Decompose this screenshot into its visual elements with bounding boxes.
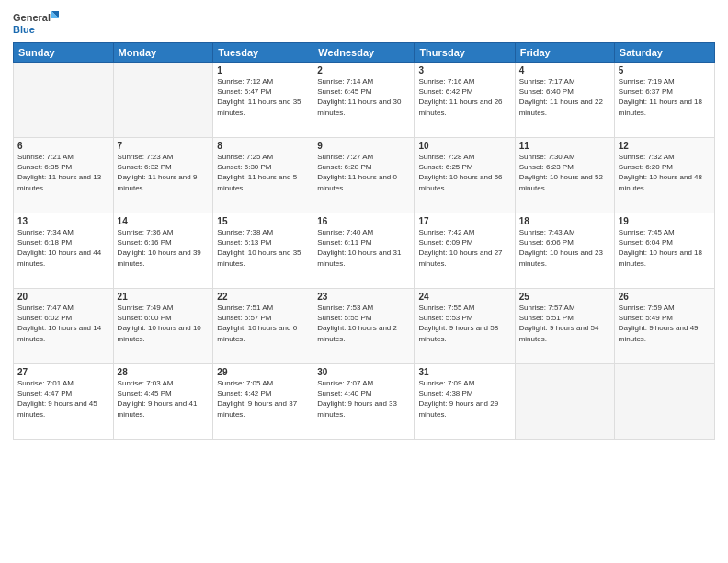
calendar-cell: 12Sunrise: 7:32 AMSunset: 6:20 PMDayligh… xyxy=(614,138,714,213)
day-number: 6 xyxy=(17,141,109,151)
calendar-header-tuesday: Tuesday xyxy=(213,43,313,63)
day-number: 9 xyxy=(317,141,410,151)
day-info: Sunrise: 7:14 AMSunset: 6:45 PMDaylight:… xyxy=(317,76,410,118)
svg-text:Blue: Blue xyxy=(13,24,35,35)
calendar-cell: 19Sunrise: 7:45 AMSunset: 6:04 PMDayligh… xyxy=(614,213,714,289)
day-number: 29 xyxy=(217,367,309,377)
calendar-cell: 21Sunrise: 7:49 AMSunset: 6:00 PMDayligh… xyxy=(113,289,213,364)
calendar-cell: 24Sunrise: 7:55 AMSunset: 5:53 PMDayligh… xyxy=(415,289,515,364)
day-number: 2 xyxy=(317,65,410,75)
day-number: 30 xyxy=(317,367,410,377)
day-number: 8 xyxy=(217,141,309,151)
day-info: Sunrise: 7:01 AMSunset: 4:47 PMDaylight:… xyxy=(17,378,109,419)
svg-text:General: General xyxy=(13,12,51,23)
day-number: 20 xyxy=(17,292,109,302)
day-info: Sunrise: 7:27 AMSunset: 6:28 PMDaylight:… xyxy=(317,152,410,193)
day-number: 19 xyxy=(619,216,711,226)
calendar-cell: 30Sunrise: 7:07 AMSunset: 4:40 PMDayligh… xyxy=(313,364,415,440)
day-info: Sunrise: 7:51 AMSunset: 5:57 PMDaylight:… xyxy=(217,303,309,344)
day-info: Sunrise: 7:09 AMSunset: 4:38 PMDaylight:… xyxy=(418,378,510,419)
day-number: 13 xyxy=(17,216,109,226)
calendar-cell xyxy=(14,63,114,138)
day-number: 4 xyxy=(519,65,610,75)
day-info: Sunrise: 7:36 AMSunset: 6:16 PMDaylight:… xyxy=(118,227,210,269)
calendar-cell: 13Sunrise: 7:34 AMSunset: 6:18 PMDayligh… xyxy=(14,213,114,289)
day-number: 22 xyxy=(217,292,309,302)
day-info: Sunrise: 7:28 AMSunset: 6:25 PMDaylight:… xyxy=(418,152,510,193)
day-info: Sunrise: 7:55 AMSunset: 5:53 PMDaylight:… xyxy=(418,303,510,344)
calendar-cell: 9Sunrise: 7:27 AMSunset: 6:28 PMDaylight… xyxy=(313,138,415,213)
calendar-cell: 1Sunrise: 7:12 AMSunset: 6:47 PMDaylight… xyxy=(213,63,313,138)
day-number: 28 xyxy=(118,367,210,377)
calendar-cell: 10Sunrise: 7:28 AMSunset: 6:25 PMDayligh… xyxy=(415,138,515,213)
day-number: 17 xyxy=(418,216,510,226)
day-info: Sunrise: 7:32 AMSunset: 6:20 PMDaylight:… xyxy=(619,152,711,193)
day-number: 15 xyxy=(217,216,309,226)
day-number: 12 xyxy=(619,141,711,151)
calendar-cell: 7Sunrise: 7:23 AMSunset: 6:32 PMDaylight… xyxy=(113,138,213,213)
day-number: 3 xyxy=(418,65,510,75)
day-info: Sunrise: 7:40 AMSunset: 6:11 PMDaylight:… xyxy=(317,227,410,269)
calendar-cell: 15Sunrise: 7:38 AMSunset: 6:13 PMDayligh… xyxy=(213,213,313,289)
calendar-cell xyxy=(113,63,213,138)
day-number: 18 xyxy=(519,216,610,226)
day-info: Sunrise: 7:03 AMSunset: 4:45 PMDaylight:… xyxy=(118,378,210,419)
day-info: Sunrise: 7:21 AMSunset: 6:35 PMDaylight:… xyxy=(17,152,109,193)
page: GeneralBlue SundayMondayTuesdayWednesday… xyxy=(0,0,728,563)
day-info: Sunrise: 7:12 AMSunset: 6:47 PMDaylight:… xyxy=(217,76,309,118)
calendar-cell: 4Sunrise: 7:17 AMSunset: 6:40 PMDaylight… xyxy=(515,63,614,138)
day-info: Sunrise: 7:45 AMSunset: 6:04 PMDaylight:… xyxy=(619,227,711,269)
calendar-cell: 11Sunrise: 7:30 AMSunset: 6:23 PMDayligh… xyxy=(515,138,614,213)
calendar-cell: 26Sunrise: 7:59 AMSunset: 5:49 PMDayligh… xyxy=(614,289,714,364)
calendar-cell: 23Sunrise: 7:53 AMSunset: 5:55 PMDayligh… xyxy=(313,289,415,364)
day-info: Sunrise: 7:57 AMSunset: 5:51 PMDaylight:… xyxy=(519,303,610,344)
day-info: Sunrise: 7:53 AMSunset: 5:55 PMDaylight:… xyxy=(317,303,410,344)
calendar-cell xyxy=(515,364,614,440)
day-info: Sunrise: 7:25 AMSunset: 6:30 PMDaylight:… xyxy=(217,152,309,193)
calendar-cell: 3Sunrise: 7:16 AMSunset: 6:42 PMDaylight… xyxy=(415,63,515,138)
calendar-cell: 14Sunrise: 7:36 AMSunset: 6:16 PMDayligh… xyxy=(113,213,213,289)
calendar-cell: 2Sunrise: 7:14 AMSunset: 6:45 PMDaylight… xyxy=(313,63,415,138)
day-number: 7 xyxy=(118,141,210,151)
day-info: Sunrise: 7:05 AMSunset: 4:42 PMDaylight:… xyxy=(217,378,309,419)
day-info: Sunrise: 7:30 AMSunset: 6:23 PMDaylight:… xyxy=(519,152,610,193)
calendar-header-thursday: Thursday xyxy=(415,43,515,63)
calendar-cell: 16Sunrise: 7:40 AMSunset: 6:11 PMDayligh… xyxy=(313,213,415,289)
calendar-header-sunday: Sunday xyxy=(14,43,114,63)
day-info: Sunrise: 7:17 AMSunset: 6:40 PMDaylight:… xyxy=(519,76,610,118)
calendar-cell: 17Sunrise: 7:42 AMSunset: 6:09 PMDayligh… xyxy=(415,213,515,289)
calendar-table: SundayMondayTuesdayWednesdayThursdayFrid… xyxy=(13,42,715,440)
header: GeneralBlue xyxy=(13,9,715,37)
day-number: 27 xyxy=(17,367,109,377)
day-info: Sunrise: 7:19 AMSunset: 6:37 PMDaylight:… xyxy=(619,76,711,118)
calendar-week-2: 6Sunrise: 7:21 AMSunset: 6:35 PMDaylight… xyxy=(14,138,715,213)
day-info: Sunrise: 7:42 AMSunset: 6:09 PMDaylight:… xyxy=(418,227,510,269)
day-number: 10 xyxy=(418,141,510,151)
day-number: 21 xyxy=(118,292,210,302)
day-info: Sunrise: 7:43 AMSunset: 6:06 PMDaylight:… xyxy=(519,227,610,269)
calendar-week-1: 1Sunrise: 7:12 AMSunset: 6:47 PMDaylight… xyxy=(14,63,715,138)
day-number: 24 xyxy=(418,292,510,302)
day-info: Sunrise: 7:23 AMSunset: 6:32 PMDaylight:… xyxy=(118,152,210,193)
calendar-cell: 8Sunrise: 7:25 AMSunset: 6:30 PMDaylight… xyxy=(213,138,313,213)
calendar-cell: 28Sunrise: 7:03 AMSunset: 4:45 PMDayligh… xyxy=(113,364,213,440)
calendar-cell: 18Sunrise: 7:43 AMSunset: 6:06 PMDayligh… xyxy=(515,213,614,289)
logo: GeneralBlue xyxy=(13,9,59,37)
calendar-week-5: 27Sunrise: 7:01 AMSunset: 4:47 PMDayligh… xyxy=(14,364,715,440)
day-number: 16 xyxy=(317,216,410,226)
calendar-cell: 22Sunrise: 7:51 AMSunset: 5:57 PMDayligh… xyxy=(213,289,313,364)
calendar-cell: 29Sunrise: 7:05 AMSunset: 4:42 PMDayligh… xyxy=(213,364,313,440)
day-number: 5 xyxy=(619,65,711,75)
calendar-header-saturday: Saturday xyxy=(614,43,714,63)
day-number: 31 xyxy=(418,367,510,377)
day-number: 14 xyxy=(118,216,210,226)
calendar-cell: 6Sunrise: 7:21 AMSunset: 6:35 PMDaylight… xyxy=(14,138,114,213)
calendar-cell: 27Sunrise: 7:01 AMSunset: 4:47 PMDayligh… xyxy=(14,364,114,440)
day-info: Sunrise: 7:47 AMSunset: 6:02 PMDaylight:… xyxy=(17,303,109,344)
day-number: 1 xyxy=(217,65,309,75)
day-info: Sunrise: 7:34 AMSunset: 6:18 PMDaylight:… xyxy=(17,227,109,269)
day-info: Sunrise: 7:16 AMSunset: 6:42 PMDaylight:… xyxy=(418,76,510,118)
day-info: Sunrise: 7:49 AMSunset: 6:00 PMDaylight:… xyxy=(118,303,210,344)
day-number: 11 xyxy=(519,141,610,151)
calendar-cell xyxy=(614,364,714,440)
